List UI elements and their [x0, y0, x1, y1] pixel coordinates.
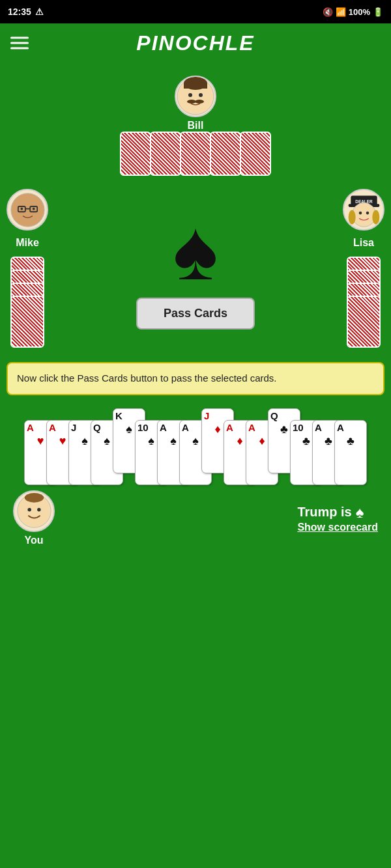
svg-rect-2	[184, 83, 207, 89]
time: 12:35	[8, 7, 31, 17]
hand-card[interactable]: A♣	[334, 420, 367, 485]
card-back	[210, 132, 241, 176]
status-left: 12:35 ⚠	[8, 7, 44, 17]
menu-button[interactable]	[10, 34, 29, 53]
player-mike-name: Mike	[16, 237, 39, 249]
svg-point-16	[352, 203, 376, 227]
battery-label: 100%	[349, 7, 370, 17]
hint-box: Now click the Pass Cards button to pass …	[7, 362, 384, 395]
player-you-area: You	[13, 490, 55, 546]
player-lisa-name: Lisa	[353, 237, 374, 249]
player-top-area: Bill	[0, 63, 391, 176]
lisa-cards	[347, 257, 381, 348]
player-bill-name: Bill	[188, 120, 204, 132]
avatar-mike	[7, 189, 48, 231]
card-back	[10, 296, 44, 348]
svg-point-7	[10, 193, 44, 226]
app-title: PINOCHLE	[136, 31, 254, 55]
svg-point-3	[188, 93, 192, 97]
svg-point-11	[20, 207, 23, 210]
warning-icon: ⚠	[35, 7, 44, 17]
battery-icon: 🔋	[373, 7, 383, 17]
avatar-bill	[175, 76, 216, 117]
card-back	[347, 296, 381, 348]
svg-point-20	[366, 211, 369, 214]
pass-cards-button[interactable]: Pass Cards	[136, 298, 255, 329]
svg-point-22	[24, 493, 43, 503]
card-back	[240, 132, 271, 176]
player-right-area: DEALER Lisa	[343, 189, 384, 348]
svg-point-12	[32, 207, 35, 210]
bottom-player-area: You Trump is ♠ Show scorecard	[0, 485, 391, 552]
show-scorecard-button[interactable]: Show scorecard	[297, 522, 378, 533]
svg-point-18	[372, 210, 379, 224]
status-right: 🔇 📶 100% 🔋	[323, 7, 383, 17]
trump-info: Trump is ♠ Show scorecard	[297, 503, 378, 533]
app-header: PINOCHLE	[0, 23, 391, 63]
svg-point-17	[348, 210, 355, 224]
status-bar: 12:35 ⚠ 🔇 📶 100% 🔋	[0, 0, 391, 23]
svg-point-6	[195, 100, 204, 104]
player-left-area: Mike	[7, 189, 48, 348]
svg-point-4	[199, 93, 203, 97]
player-hand[interactable]: A♥A♥J♠Q♠K♠10♠A♠A♠J♦A♦A♦Q♣10♣A♣A♣	[0, 400, 391, 485]
svg-point-23	[27, 508, 31, 512]
player-you-name: You	[24, 535, 43, 546]
middle-section: Mike ♠ Pass Cards DEALER	[0, 182, 391, 354]
trump-line: Trump is ♠	[297, 503, 378, 522]
signal-icon: 📶	[336, 7, 346, 17]
card-back	[180, 132, 211, 176]
center-area: ♠ Pass Cards	[48, 208, 343, 329]
card-back	[120, 132, 151, 176]
avatar-lisa: DEALER	[343, 189, 384, 231]
svg-point-24	[37, 508, 41, 512]
card-back	[150, 132, 181, 176]
bill-cards	[121, 132, 270, 176]
hint-text: Now click the Pass Cards button to pass …	[17, 372, 277, 384]
svg-point-5	[187, 100, 196, 104]
svg-point-19	[358, 211, 362, 214]
avatar-you	[13, 490, 55, 532]
trump-label: Trump is	[297, 505, 351, 520]
mike-cards	[10, 257, 44, 348]
trump-suit: ♠	[356, 503, 364, 522]
trump-spade-symbol: ♠	[173, 208, 218, 292]
mute-icon: 🔇	[323, 7, 333, 17]
